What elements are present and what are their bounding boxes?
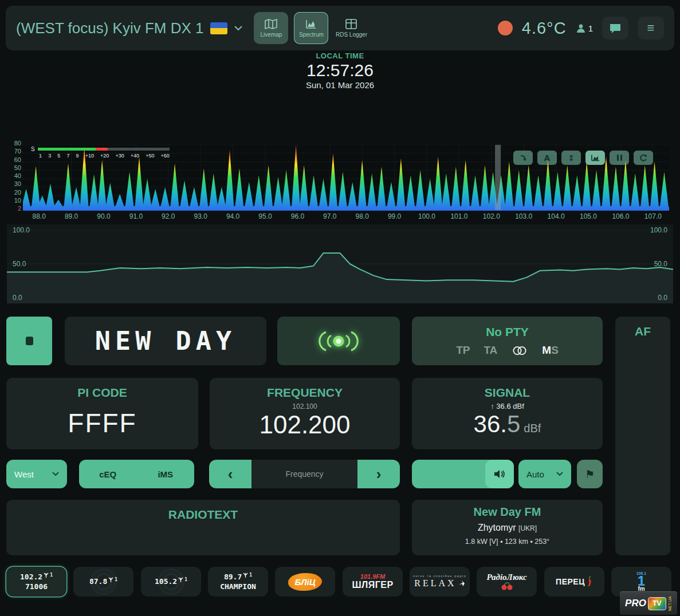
frequency-secondary: 102.100	[210, 402, 400, 410]
tune-down-button[interactable]: ‹	[209, 460, 251, 488]
stereo-indicator-card[interactable]	[277, 317, 400, 365]
radiotext-card: RADIOTEXT	[6, 500, 400, 555]
area-chart-icon	[591, 154, 600, 161]
s-meter-red-segment	[96, 148, 108, 151]
pause-icon	[617, 155, 622, 161]
arrows-vertical-icon: ↕	[568, 153, 575, 163]
ims-button[interactable]: iMS	[137, 460, 195, 488]
ceq-button[interactable]: cEQ	[79, 460, 137, 488]
y-tick: 50	[14, 164, 21, 171]
preset-button-1[interactable]: 102.2 1 71006	[6, 567, 66, 597]
nav-livemap-button[interactable]: Livemap	[254, 12, 288, 44]
preset-button-2[interactable]: 87.8 1	[73, 567, 133, 597]
antenna-select[interactable]: West	[6, 460, 67, 488]
temperature-value: 4.6°C	[522, 19, 567, 38]
mode-select[interactable]: Auto	[518, 460, 571, 488]
frequency-input[interactable]	[251, 460, 357, 488]
x-tick: 92.0	[162, 212, 175, 220]
vertical-zoom-button[interactable]: ↕	[561, 151, 581, 165]
s-scale-tick: +10	[85, 153, 94, 159]
history-graph	[7, 224, 673, 303]
bird-icon	[458, 580, 465, 587]
nav-rds-logger-button[interactable]: RDS Logger	[334, 12, 368, 44]
ta-flag: TA	[484, 344, 497, 357]
y-tick: 2	[18, 205, 21, 212]
tune-up-button[interactable]: ›	[357, 460, 400, 488]
antenna-value: West	[14, 469, 34, 479]
x-tick: 96.0	[291, 212, 304, 220]
antenna-icon	[243, 572, 248, 578]
station-details: 1.8 kW [V] ▪ 123 km ▪ 253°	[412, 538, 603, 546]
spectrum-plot[interactable]: S 1 3 5 7 9 +10 +20 +30 +40 +50	[23, 145, 669, 211]
y-tick: 0.0	[13, 294, 30, 302]
server-selector[interactable]: (WEST focus) Kyiv FM DX 1	[16, 19, 242, 37]
stereo-signal-icon	[318, 330, 359, 353]
preset-button-3[interactable]: 105.2 1	[141, 567, 201, 597]
ukraine-flag-icon	[210, 22, 227, 34]
graph-style-button[interactable]	[585, 151, 605, 165]
menu-icon: ≡	[647, 21, 655, 35]
nav-rds-logger-label: RDS Logger	[336, 31, 367, 38]
chevron-right-icon: ›	[376, 465, 382, 483]
antenna-icon	[108, 577, 113, 583]
letter-a-icon: A	[544, 153, 551, 163]
s-meter-bar	[38, 148, 170, 151]
x-tick: 99.0	[388, 212, 401, 220]
local-clock: LOCAL TIME 12:57:26 Sun, 01 Mar 2026	[0, 52, 680, 90]
stereo-circles-icon	[511, 346, 528, 356]
x-tick: 91.0	[129, 212, 143, 220]
x-tick: 97.0	[323, 212, 336, 220]
chat-icon	[609, 23, 622, 34]
refresh-button[interactable]	[634, 151, 653, 165]
local-time-value: 12:57:26	[0, 61, 680, 81]
s-scale-tick: +60	[161, 153, 170, 159]
refresh-icon	[639, 154, 647, 162]
header-nav: Livemap Spectrum RDS Logger	[254, 12, 368, 44]
x-tick: 93.0	[194, 212, 207, 220]
signal-history-graph: 100.0 50.0 0.0 100.0 50.0 0.0	[7, 224, 673, 303]
nav-spectrum-button[interactable]: Spectrum	[294, 12, 328, 44]
local-time-label: LOCAL TIME	[0, 52, 680, 61]
x-tick: 98.0	[356, 212, 369, 220]
user-icon	[576, 23, 586, 33]
s-scale-tick: 7	[66, 153, 69, 159]
af-label: AF	[615, 325, 670, 338]
pi-code-card: PI CODE FFFF	[6, 378, 198, 449]
preset-button-8[interactable]: РадіоЛюкс	[477, 567, 537, 597]
x-tick: 106.0	[612, 212, 629, 220]
x-tick: 105.0	[580, 212, 597, 220]
s-scale-tick: +40	[131, 153, 139, 159]
preset-button-6[interactable]: 101.9FM ШЛЯГЕР	[343, 567, 403, 597]
history-y-axis-left: 100.0 50.0 0.0	[13, 224, 30, 303]
volume-slider[interactable]	[412, 460, 514, 488]
y-tick: 0.0	[650, 294, 667, 302]
chevron-down-icon	[234, 26, 242, 31]
tp-flag: TP	[456, 344, 470, 357]
preset-button-4[interactable]: 89.7 1 CHAMPION	[208, 567, 268, 597]
signal-card: SIGNAL ↑ 36.6 dBf 36.5dBf	[412, 378, 603, 449]
arrow-pull-down-icon	[519, 154, 527, 162]
x-tick: 103.0	[515, 212, 532, 220]
perets-logo: ПЕРЕЦ	[556, 577, 585, 586]
preset-button-5[interactable]: БЛіЦ	[275, 567, 335, 597]
preset-button-9[interactable]: ПЕРЕЦ	[544, 567, 604, 597]
x-tick: 88.0	[33, 212, 46, 220]
pause-button[interactable]	[610, 151, 629, 165]
x-tick: 104.0	[548, 212, 565, 220]
preset-button-7[interactable]: легке та спокійне радіо RELAX	[410, 567, 470, 597]
s-scale-tick: 1	[39, 153, 42, 159]
mute-button[interactable]	[485, 460, 514, 488]
square-toggle-button[interactable]	[6, 317, 52, 365]
chevron-down-icon	[556, 472, 563, 476]
chevron-left-icon: ‹	[228, 465, 233, 483]
spectrum-y-axis: 80 70 60 50 40 30 20 10 2	[0, 140, 21, 212]
header-right: 4.6°C 1 ≡	[498, 17, 664, 40]
menu-button[interactable]: ≡	[638, 17, 664, 40]
y-tick: 10	[14, 197, 21, 204]
local-date-value: Sun, 01 Mar 2026	[0, 80, 680, 90]
report-flag-button[interactable]: ⚑	[577, 460, 603, 488]
x-tick: 107.0	[644, 212, 662, 220]
auto-scale-button[interactable]: A	[537, 151, 557, 165]
pull-down-button[interactable]	[513, 151, 533, 165]
chat-button[interactable]	[602, 17, 628, 40]
